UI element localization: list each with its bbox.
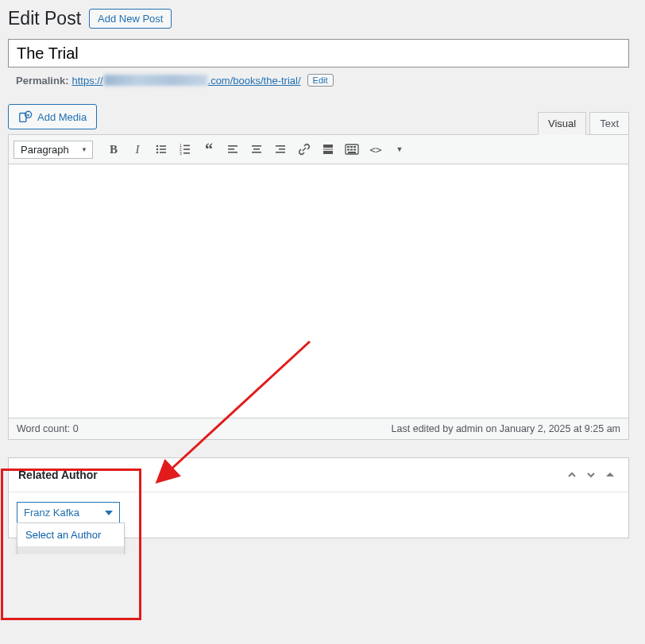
media-icon — [18, 110, 33, 124]
svg-rect-20 — [276, 145, 285, 147]
svg-rect-31 — [350, 149, 353, 151]
svg-rect-5 — [160, 148, 166, 150]
svg-rect-21 — [279, 148, 285, 150]
page-title: Edit Post — [8, 8, 81, 29]
permalink-redacted — [104, 75, 207, 86]
blockquote-button[interactable]: “ — [198, 138, 220, 160]
last-edited: Last edited by admin on January 2, 2025 … — [392, 423, 620, 434]
add-media-label: Add Media — [37, 111, 87, 123]
svg-rect-3 — [160, 145, 166, 147]
align-right-button[interactable] — [269, 138, 292, 160]
svg-rect-30 — [347, 149, 350, 151]
edit-permalink-button[interactable]: Edit — [307, 74, 334, 87]
word-count: Word count: 0 — [17, 423, 79, 434]
read-more-button[interactable] — [317, 138, 339, 160]
svg-point-6 — [156, 152, 159, 154]
svg-rect-18 — [253, 148, 260, 150]
svg-rect-13 — [183, 152, 190, 154]
svg-rect-25 — [323, 151, 333, 154]
format-select-label: Paragraph — [21, 144, 69, 156]
toolbar-toggle-button[interactable] — [341, 138, 363, 160]
svg-point-4 — [156, 148, 159, 151]
move-down-icon[interactable] — [582, 466, 600, 484]
svg-rect-19 — [252, 152, 261, 153]
editor-toolbar: Paragraph B I 123 “ <> ▼ — [8, 134, 629, 164]
svg-rect-16 — [228, 152, 238, 153]
add-media-button[interactable]: Add Media — [8, 104, 97, 129]
permalink-prefix: https:// — [71, 75, 102, 87]
svg-rect-28 — [350, 146, 353, 148]
svg-rect-29 — [353, 146, 356, 148]
svg-rect-15 — [228, 148, 234, 150]
permalink-label: Permalink: — [16, 75, 68, 87]
svg-rect-7 — [160, 152, 166, 153]
move-up-icon[interactable] — [563, 466, 581, 484]
permalink-row: Permalink: https://.com/books/the-trial/… — [8, 74, 629, 87]
permalink-suffix: .com/books/the-trial/ — [208, 75, 301, 87]
svg-rect-17 — [252, 145, 261, 147]
svg-rect-24 — [323, 149, 333, 150]
svg-rect-11 — [183, 148, 190, 150]
numbered-list-button[interactable]: 123 — [174, 138, 196, 160]
post-title-input[interactable] — [8, 39, 629, 67]
svg-rect-14 — [228, 145, 238, 147]
align-center-button[interactable] — [245, 138, 268, 160]
dropdown-option-placeholder[interactable]: Select an Author — [17, 523, 124, 546]
tab-text[interactable]: Text — [589, 112, 629, 135]
bold-button[interactable]: B — [102, 138, 125, 160]
svg-text:3: 3 — [180, 151, 182, 156]
svg-rect-22 — [276, 152, 285, 153]
link-button[interactable] — [293, 138, 315, 160]
format-select[interactable]: Paragraph — [14, 141, 93, 159]
related-author-selected: Franz Kafka — [24, 507, 79, 519]
related-author-select[interactable]: Franz Kafka — [17, 502, 120, 523]
related-author-dropdown: Select an Author Franz Kafka — [17, 523, 125, 554]
svg-rect-23 — [323, 145, 333, 148]
align-left-button[interactable] — [222, 138, 244, 160]
code-button[interactable]: <> — [365, 138, 387, 160]
svg-rect-27 — [347, 146, 350, 148]
more-dropdown-icon[interactable]: ▼ — [388, 138, 411, 160]
permalink-link[interactable]: https://.com/books/the-trial/ — [71, 75, 300, 87]
related-author-metabox: Related Author Franz Kafka Select an Aut… — [8, 457, 629, 538]
add-new-post-button[interactable]: Add New Post — [89, 9, 172, 29]
bullet-list-button[interactable] — [150, 138, 172, 160]
tab-visual[interactable]: Visual — [538, 112, 586, 135]
editor-status-bar: Word count: 0 Last edited by admin on Ja… — [8, 418, 629, 440]
italic-button[interactable]: I — [126, 138, 149, 160]
svg-point-2 — [156, 145, 159, 148]
dropdown-option-franz-kafka[interactable]: Franz Kafka — [17, 546, 124, 554]
toggle-panel-icon[interactable] — [601, 466, 619, 484]
svg-rect-33 — [348, 152, 356, 153]
metabox-title: Related Author — [18, 469, 98, 481]
svg-rect-32 — [353, 149, 356, 151]
editor-content-area[interactable] — [8, 164, 629, 418]
svg-rect-9 — [183, 145, 190, 147]
